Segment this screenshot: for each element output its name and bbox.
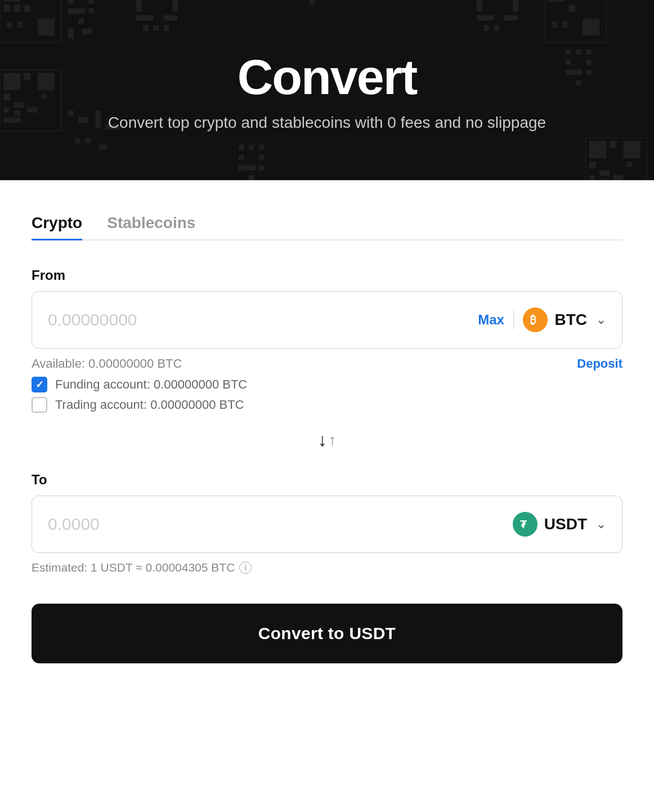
svg-rect-32 xyxy=(14,102,24,108)
svg-rect-69 xyxy=(589,175,595,180)
arrow-up-icon: ↑ xyxy=(329,431,336,449)
tab-crypto[interactable]: Crypto xyxy=(32,207,82,240)
svg-rect-64 xyxy=(610,141,616,148)
svg-rect-74 xyxy=(78,117,88,123)
svg-rect-94 xyxy=(249,175,254,180)
funding-account-row: ✓ Funding account: 0.00000000 BTC xyxy=(32,377,622,392)
to-input-right: ₮ USDT ⌄ xyxy=(513,512,606,537)
svg-rect-15 xyxy=(68,8,85,14)
svg-rect-79 xyxy=(99,145,107,150)
svg-rect-78 xyxy=(85,138,91,144)
svg-rect-37 xyxy=(27,107,37,113)
svg-rect-65 xyxy=(589,162,596,168)
svg-rect-53 xyxy=(586,70,592,75)
svg-rect-48 xyxy=(576,49,581,55)
svg-rect-93 xyxy=(259,165,265,171)
svg-rect-18 xyxy=(68,29,74,39)
svg-rect-47 xyxy=(566,49,571,55)
to-section: To ₮ USDT ⌄ Estimated: 1 USDT ≈ 0.000043… xyxy=(32,472,622,574)
svg-rect-22 xyxy=(172,0,178,12)
tabs-nav: Crypto Stablecoins xyxy=(32,207,622,240)
to-currency-chevron: ⌄ xyxy=(596,517,606,532)
svg-rect-24 xyxy=(164,15,177,21)
svg-rect-59 xyxy=(504,15,518,21)
svg-rect-57 xyxy=(513,0,518,12)
swap-button[interactable]: ↓ ↑ xyxy=(318,430,336,450)
svg-rect-6 xyxy=(24,5,30,12)
available-text: Available: 0.00000000 BTC xyxy=(32,356,182,371)
svg-rect-71 xyxy=(613,175,623,180)
from-section: From Max ₿ BTC ⌄ Available: 0.0000 xyxy=(32,267,622,413)
input-divider xyxy=(513,310,514,329)
svg-rect-73 xyxy=(68,110,74,116)
to-label: To xyxy=(32,472,622,488)
svg-rect-49 xyxy=(586,49,592,55)
from-input-box: Max ₿ BTC ⌄ xyxy=(32,291,622,349)
svg-rect-66 xyxy=(599,171,610,176)
svg-rect-25 xyxy=(143,25,149,31)
svg-rect-7 xyxy=(38,19,55,35)
swap-container: ↓ ↑ xyxy=(32,413,622,467)
from-input-right: Max ₿ BTC ⌄ xyxy=(478,307,606,332)
trading-account-checkbox[interactable] xyxy=(32,397,47,413)
svg-rect-92 xyxy=(239,165,256,171)
hero-section: Convert Convert top crypto and stablecoi… xyxy=(0,0,654,180)
info-icon[interactable]: i xyxy=(239,561,252,574)
svg-rect-56 xyxy=(477,0,482,12)
svg-rect-9 xyxy=(17,22,23,28)
from-currency-selector[interactable]: ₿ BTC ⌄ xyxy=(523,307,606,332)
svg-rect-46 xyxy=(562,22,568,28)
svg-rect-27 xyxy=(164,25,169,31)
svg-rect-13 xyxy=(68,0,74,3)
tab-stablecoins[interactable]: Stablecoins xyxy=(107,207,195,240)
btc-icon: ₿ xyxy=(523,307,548,332)
svg-rect-61 xyxy=(494,25,500,31)
svg-rect-40 xyxy=(548,0,565,2)
svg-rect-44 xyxy=(583,19,599,35)
to-currency-name: USDT xyxy=(544,515,587,533)
svg-rect-91 xyxy=(259,155,265,160)
arrow-down-icon: ↓ xyxy=(318,430,327,450)
svg-text:₿: ₿ xyxy=(530,314,536,326)
svg-rect-63 xyxy=(589,141,606,158)
from-amount-input[interactable] xyxy=(48,310,478,329)
svg-text:₮: ₮ xyxy=(520,519,527,530)
svg-rect-36 xyxy=(14,110,20,116)
svg-rect-34 xyxy=(41,93,47,99)
hero-subtitle: Convert top crypto and stablecoins with … xyxy=(108,114,546,132)
available-row: Available: 0.00000000 BTC Deposit xyxy=(32,356,622,371)
main-content: Crypto Stablecoins From Max ₿ BTC ⌄ xyxy=(0,180,654,697)
svg-rect-35 xyxy=(3,107,9,113)
max-button[interactable]: Max xyxy=(478,312,504,328)
svg-rect-19 xyxy=(82,29,92,34)
to-input-box: ₮ USDT ⌄ xyxy=(32,496,622,553)
from-currency-name: BTC xyxy=(554,311,587,329)
svg-rect-16 xyxy=(88,8,94,14)
svg-rect-31 xyxy=(3,93,10,100)
deposit-button[interactable]: Deposit xyxy=(577,356,622,371)
svg-rect-30 xyxy=(24,73,30,80)
trading-account-label: Trading account: 0.00000000 BTC xyxy=(55,398,244,412)
svg-rect-17 xyxy=(78,19,84,24)
hero-title: Convert xyxy=(238,48,417,106)
trading-account-row: Trading account: 0.00000000 BTC xyxy=(32,397,622,413)
funding-account-checkbox[interactable]: ✓ xyxy=(32,377,47,392)
svg-rect-70 xyxy=(599,179,606,180)
estimated-row: Estimated: 1 USDT ≈ 0.00004305 BTC i xyxy=(32,561,622,574)
convert-button[interactable]: Convert to USDT xyxy=(32,604,622,663)
svg-rect-50 xyxy=(566,60,571,65)
usdt-icon: ₮ xyxy=(513,512,537,537)
svg-rect-29 xyxy=(3,73,20,90)
svg-rect-90 xyxy=(239,155,244,160)
svg-rect-68 xyxy=(627,162,633,167)
from-currency-chevron: ⌄ xyxy=(596,313,606,327)
to-currency-selector[interactable]: ₮ USDT ⌄ xyxy=(513,512,606,537)
svg-rect-43 xyxy=(569,5,576,12)
svg-rect-77 xyxy=(75,138,80,144)
to-amount-input[interactable] xyxy=(48,515,513,534)
svg-rect-75 xyxy=(95,110,101,127)
svg-rect-88 xyxy=(249,145,254,150)
svg-rect-87 xyxy=(239,145,244,150)
svg-rect-89 xyxy=(259,145,265,150)
svg-rect-1 xyxy=(3,0,20,2)
